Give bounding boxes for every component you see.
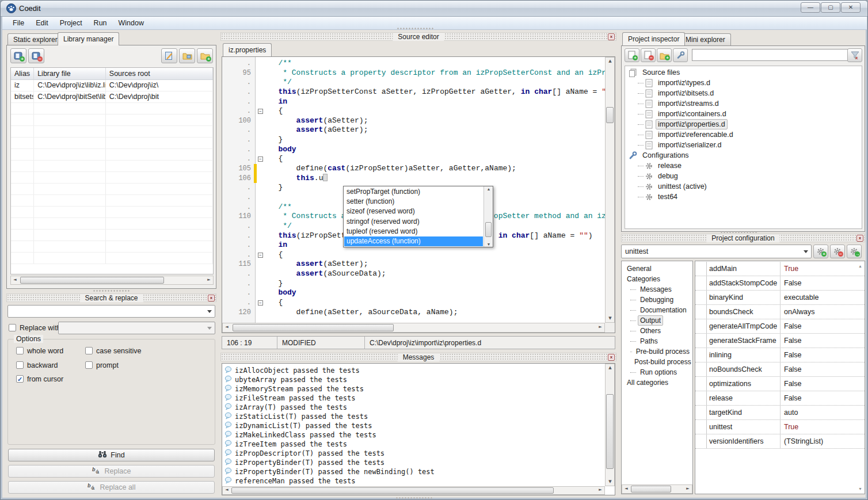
category-debugging[interactable]: Debugging — [623, 295, 692, 305]
add-configuration-button[interactable] — [673, 48, 688, 62]
add-library-button[interactable]: + — [10, 48, 26, 63]
category-all-categories[interactable]: All categories — [623, 377, 692, 388]
code-line[interactable]: 100 assert(aSetter); — [222, 116, 605, 126]
scroll-left-icon[interactable]: ◄ — [223, 487, 231, 493]
code-line[interactable]: 106 this.u — [222, 174, 605, 184]
message-item[interactable]: izArray(T) passed the tests — [222, 403, 605, 412]
property-row[interactable]: targetKindauto — [695, 406, 865, 420]
sync-config-button[interactable]: → — [847, 245, 862, 258]
code-line[interactable]: . /** — [222, 59, 605, 68]
scroll-up-icon[interactable]: ▲ — [485, 187, 493, 191]
completion-item[interactable]: sizeof (reserved word) — [344, 207, 483, 216]
menu-project[interactable]: Project — [54, 17, 88, 29]
scroll-left-icon[interactable]: ◄ — [11, 276, 19, 284]
replace-with-checkbox[interactable] — [9, 324, 16, 331]
table-row[interactable] — [11, 114, 213, 126]
property-row[interactable]: noBoundsCheckFalse — [695, 362, 865, 377]
add-source-folder-button[interactable]: + — [657, 48, 672, 62]
scroll-left-icon[interactable]: ◄ — [223, 323, 231, 331]
category-messages[interactable]: Messages — [623, 284, 692, 295]
code-text[interactable]: define(cast(izPropSetter)aSetter, aGette… — [265, 164, 605, 174]
scroll-right-icon[interactable]: ► — [596, 323, 604, 331]
search-input-combo[interactable] — [7, 305, 215, 318]
close-button[interactable]: ✕ — [841, 2, 861, 13]
messages-vscrollbar[interactable]: ▲ ▼ — [605, 364, 615, 486]
search-close-icon[interactable]: x — [208, 295, 215, 301]
table-row[interactable]: bitsetsC:\Dev\dproj\bitSet\lib\bitsets.l… — [11, 91, 213, 103]
code-text[interactable]: /** — [265, 59, 605, 68]
property-value[interactable]: False — [781, 319, 865, 333]
code-line[interactable]: .− { — [222, 106, 605, 116]
tree-item-import-iz-types-d[interactable]: import\iz\types.d — [627, 78, 862, 88]
menu-run[interactable]: Run — [88, 17, 113, 29]
code-text[interactable]: this(izPropSetterConst aSetter, izPropGe… — [265, 87, 605, 97]
table-row[interactable] — [11, 207, 213, 218]
property-row[interactable]: optimizationsFalse — [695, 377, 865, 391]
column-header[interactable]: Sources root — [106, 68, 213, 79]
table-row[interactable] — [11, 161, 213, 172]
categories-hscrollbar[interactable]: ◄ ► — [622, 484, 692, 494]
tab-project-inspector[interactable]: Project inspector — [622, 32, 685, 45]
completion-scrollbar[interactable]: ▲ ▼ — [484, 186, 493, 247]
message-item[interactable]: ubyteArray passed the tests — [222, 375, 605, 384]
tree-item-configurations[interactable]: Configurations — [627, 150, 862, 161]
code-text[interactable]: } — [265, 279, 605, 289]
tab-static-explorer[interactable]: Static explorer — [7, 33, 63, 45]
clear-filter-button[interactable]: x — [847, 48, 862, 62]
remove-library-button[interactable]: − — [28, 48, 44, 63]
code-line[interactable]: . } — [222, 135, 605, 145]
tree-item-import-iz-streams-d[interactable]: import\iz\streams.d — [627, 98, 862, 109]
replace-all-button[interactable]: baReplace all — [8, 481, 215, 494]
code-text[interactable]: define(aSetter, aSourceData, aName); — [265, 308, 605, 318]
menu-edit[interactable]: Edit — [30, 17, 54, 29]
menu-window[interactable]: Window — [113, 17, 150, 29]
table-row[interactable] — [11, 126, 213, 138]
message-item[interactable]: izTreeItem passed the tests — [222, 440, 605, 449]
table-row[interactable] — [11, 149, 213, 161]
tree-item-debug[interactable]: debug — [627, 171, 862, 181]
tree-item-test64[interactable]: test64 — [627, 192, 862, 202]
replace-button[interactable]: baReplace — [8, 465, 215, 478]
code-text[interactable]: { — [265, 298, 605, 308]
code-line[interactable]: . assert(aSourceData); — [222, 269, 605, 279]
code-line[interactable]: .− { — [222, 154, 605, 164]
source-editor-close-icon[interactable]: x — [608, 33, 615, 40]
library-table-hscrollbar[interactable]: ◄ ► — [10, 276, 214, 285]
code-line[interactable]: . body — [222, 145, 605, 155]
scroll-down-icon[interactable]: ▼ — [485, 242, 493, 246]
tree-item-import-iz-serializer-d[interactable]: import\iz\serializer.d — [627, 140, 862, 150]
add-config-button[interactable]: + — [813, 245, 828, 258]
option-checkbox-backward[interactable] — [16, 361, 24, 369]
chevron-down-icon[interactable] — [207, 310, 212, 313]
property-value[interactable]: False — [781, 377, 865, 391]
table-row[interactable] — [11, 253, 213, 264]
scroll-down-icon[interactable]: ▼ — [606, 315, 614, 322]
table-row[interactable] — [11, 195, 213, 207]
category-paths[interactable]: Paths — [623, 336, 692, 346]
option-checkbox-prompt[interactable] — [85, 361, 93, 369]
property-row[interactable]: boundsCheckonAlways — [695, 305, 865, 319]
table-row[interactable]: izC:\Dev\dproj\iz\lib\iz.libC:\Dev\dproj… — [11, 80, 213, 91]
code-line[interactable]: . */ — [222, 78, 605, 87]
property-row[interactable]: inliningFalse — [695, 348, 865, 362]
code-line[interactable]: . this(izPropSetterConst aSetter, izProp… — [222, 87, 605, 97]
remove-config-button[interactable]: − — [830, 245, 845, 258]
edit-library-button[interactable] — [161, 48, 177, 63]
code-text[interactable]: this.u — [265, 174, 605, 184]
property-value[interactable]: False — [781, 348, 865, 362]
scroll-left-icon[interactable]: ◄ — [622, 485, 630, 492]
message-item[interactable]: izMakeLinkedClass passed the tests — [222, 430, 605, 440]
tree-item-unittest-active-[interactable]: unittest (active) — [627, 181, 862, 192]
category-others[interactable]: Others — [623, 326, 692, 336]
scroll-up-icon[interactable]: ▲ — [606, 364, 614, 372]
menu-file[interactable]: File — [7, 17, 30, 29]
property-row[interactable]: addMainTrue — [695, 262, 865, 276]
tab-mini-explorer[interactable]: Mini explorer — [680, 33, 731, 45]
messages-hscrollbar[interactable]: ◄ ► — [222, 486, 605, 495]
property-value[interactable]: (TStringList) — [781, 434, 865, 448]
code-line[interactable]: .− { — [222, 250, 605, 260]
project-configuration-close-icon[interactable]: x — [856, 235, 863, 242]
code-text[interactable]: assert(aSourceData); — [265, 269, 605, 279]
messages-close-icon[interactable]: x — [608, 354, 615, 361]
property-row[interactable]: generateStackFrameFalse — [695, 334, 865, 348]
